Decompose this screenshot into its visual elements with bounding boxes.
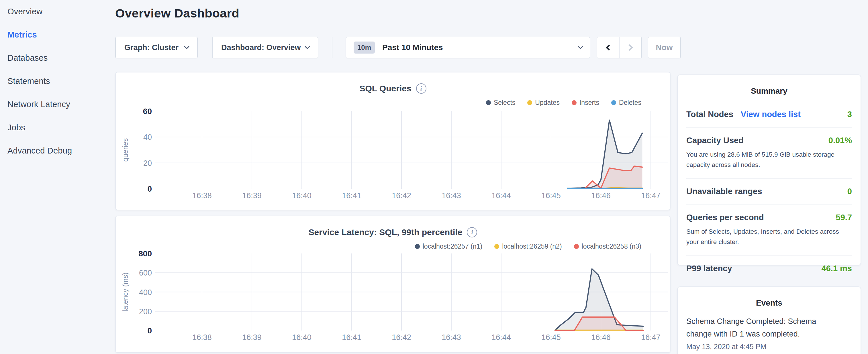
summary-row-description: Sum of Selects, Updates, Inserts, and De… — [686, 227, 852, 247]
y-axis-tick-label: 400 — [139, 288, 152, 297]
x-axis-tick-label: 16:45 — [541, 333, 561, 342]
graph-dropdown-label: Graph: Cluster — [124, 43, 179, 52]
y-axis-tick-label: 600 — [139, 269, 152, 277]
summary-row-unavailable-ranges: Unavailable ranges0 — [686, 179, 852, 205]
dashboard-dropdown-label: Dashboard: Overview — [221, 43, 301, 52]
summary-row-value: 46.1 ms — [822, 264, 852, 273]
y-axis-tick-label: 0 — [147, 326, 152, 335]
summary-row-label: Unavailable ranges — [686, 187, 762, 196]
dashboard-dropdown[interactable]: Dashboard: Overview — [212, 37, 318, 58]
summary-row-p99-latency: P99 latency46.1 ms — [686, 256, 852, 282]
chart-title: Service Latency: SQL, 99th percentile — [309, 227, 463, 237]
sidebar: OverviewMetricsDatabasesStatementsNetwor… — [0, 0, 115, 354]
x-axis-tick-label: 16:41 — [342, 333, 361, 342]
x-axis-tick-label: 16:40 — [292, 191, 311, 200]
now-button[interactable]: Now — [648, 37, 681, 58]
graph-dropdown[interactable]: Graph: Cluster — [115, 37, 198, 58]
chevron-down-icon — [305, 44, 310, 49]
y-axis-unit-label: latency (ms) — [121, 272, 129, 311]
sidebar-item-statements[interactable]: Statements — [0, 70, 115, 93]
summary-row-value: 0 — [847, 187, 852, 196]
y-axis-tick-label: 800 — [138, 249, 152, 258]
x-axis-tick-label: 16:42 — [392, 191, 411, 200]
x-axis-tick-label: 16:46 — [591, 191, 611, 200]
x-axis-tick-label: 16:44 — [492, 333, 511, 342]
page-title: Overview Dashboard — [115, 6, 239, 20]
x-axis-tick-label: 16:42 — [392, 333, 411, 342]
summary-row-value: 0.01% — [829, 136, 852, 145]
sidebar-item-advanced-debug[interactable]: Advanced Debug — [0, 139, 115, 162]
x-axis-tick-label: 16:45 — [541, 191, 561, 200]
x-axis-tick-label: 16:43 — [442, 333, 461, 342]
event-item: Schema Change Completed: Schema change w… — [686, 315, 852, 351]
summary-row-label: Capacity Used — [686, 136, 744, 145]
events-list: Schema Change Completed: Schema change w… — [678, 315, 861, 351]
controls-bar: Graph: Cluster Dashboard: Overview 10m P… — [115, 37, 681, 58]
sidebar-item-jobs[interactable]: Jobs — [0, 116, 115, 139]
summary-row-total-nodes: Total NodesView nodes list3 — [686, 102, 852, 128]
summary-row-main: Queries per second59.7 — [686, 213, 852, 222]
x-axis-tick-label: 16:46 — [591, 333, 611, 342]
summary-row-value: 59.7 — [836, 213, 852, 222]
x-axis-tick-label: 16:38 — [192, 333, 212, 342]
summary-row-label: P99 latency — [686, 264, 732, 273]
info-icon[interactable]: i — [416, 83, 426, 94]
chevron-down-icon — [184, 44, 189, 49]
x-axis-tick-label: 16:44 — [492, 191, 511, 200]
events-title: Events — [678, 287, 861, 308]
summary-row-capacity-used: Capacity Used0.01%You are using 28.6 MiB… — [686, 128, 852, 179]
summary-row-label: Total Nodes — [686, 110, 733, 119]
time-range-label: Past 10 Minutes — [382, 43, 579, 52]
chart-title: SQL Queries — [359, 84, 411, 93]
y-axis-tick-label: 60 — [143, 107, 152, 116]
y-axis-tick-label: 40 — [143, 133, 152, 141]
x-axis-tick-label: 16:38 — [192, 191, 212, 200]
sql-queries-plot[interactable]: 16:3816:3916:4016:4116:4216:4316:4416:45… — [116, 104, 671, 204]
prev-range-button[interactable] — [597, 37, 619, 58]
sidebar-item-overview[interactable]: Overview — [0, 0, 115, 23]
summary-row-main: Capacity Used0.01% — [686, 136, 852, 145]
y-axis-tick-label: 200 — [139, 307, 152, 316]
summary-panel: Summary Total NodesView nodes list3Capac… — [677, 74, 861, 265]
info-icon[interactable]: i — [467, 227, 477, 237]
x-axis-tick-label: 16:40 — [292, 333, 311, 342]
time-range-badge: 10m — [353, 41, 375, 54]
summary-row-value: 3 — [847, 110, 852, 119]
summary-row-main: Total NodesView nodes list3 — [686, 110, 852, 119]
time-pager — [597, 37, 642, 58]
sidebar-item-network-latency[interactable]: Network Latency — [0, 93, 115, 116]
event-timestamp: May 13, 2020 at 4:45 PM — [686, 343, 852, 351]
x-axis-tick-label: 16:47 — [641, 191, 660, 200]
service-latency-chart-card: Service Latency: SQL, 99th percentile i … — [115, 216, 671, 353]
view-nodes-list-link[interactable]: View nodes list — [741, 110, 801, 119]
chevron-right-icon — [626, 44, 633, 51]
y-axis-tick-label: 0 — [147, 185, 152, 193]
sidebar-item-databases[interactable]: Databases — [0, 46, 115, 70]
y-axis-tick-label: 20 — [143, 159, 152, 167]
chevron-down-icon — [578, 44, 583, 49]
x-axis-tick-label: 16:41 — [342, 191, 361, 200]
x-axis-tick-label: 16:43 — [442, 191, 461, 200]
summary-row-description: You are using 28.6 MiB of 515.9 GiB usab… — [686, 150, 852, 170]
summary-row-main: Unavailable ranges0 — [686, 187, 852, 196]
controls-divider — [332, 37, 333, 58]
x-axis-tick-label: 16:39 — [242, 333, 261, 342]
x-axis-tick-label: 16:47 — [641, 333, 660, 342]
time-range-dropdown[interactable]: 10m Past 10 Minutes — [346, 37, 590, 58]
next-range-button[interactable] — [619, 37, 641, 58]
service-latency-plot[interactable]: 16:3816:3916:4016:4116:4216:4316:4416:45… — [116, 248, 671, 348]
events-panel: Events Schema Change Completed: Schema c… — [677, 286, 861, 354]
summary-row-main: P99 latency46.1 ms — [686, 264, 852, 273]
now-button-label: Now — [656, 43, 673, 52]
summary-rows: Total NodesView nodes list3Capacity Used… — [678, 102, 861, 282]
chevron-left-icon — [606, 44, 612, 51]
summary-row-label: Queries per second — [686, 213, 764, 222]
x-axis-tick-label: 16:39 — [242, 191, 261, 200]
event-text: Schema Change Completed: Schema change w… — [686, 315, 818, 340]
sidebar-item-metrics[interactable]: Metrics — [0, 23, 115, 46]
y-axis-unit-label: queries — [121, 138, 129, 162]
summary-row-queries-per-second: Queries per second59.7Sum of Selects, Up… — [686, 205, 852, 256]
sql-queries-chart-card: SQL Queries i SelectsUpdatesInsertsDelet… — [115, 72, 671, 210]
summary-title: Summary — [678, 75, 861, 96]
